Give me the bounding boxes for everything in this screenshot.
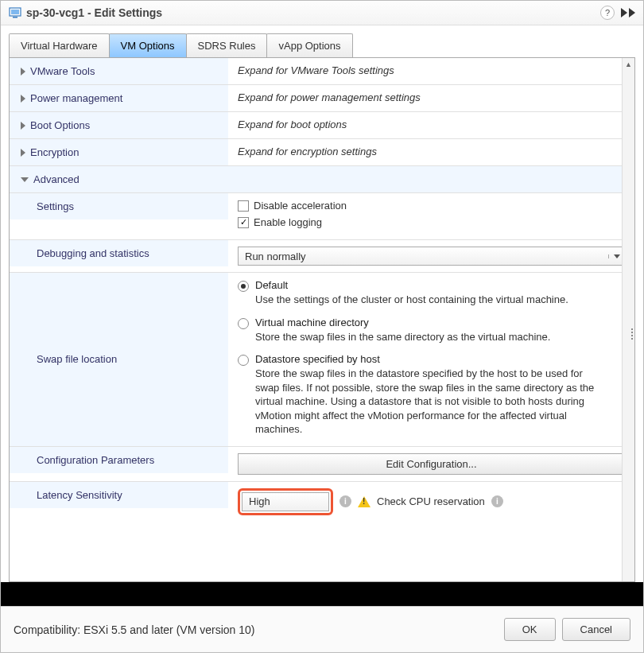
row-vmware-tools[interactable]: VMware Tools Expand for VMware Tools set… <box>10 58 634 85</box>
swap-radio-datastore[interactable]: Datastore specified by host Store the sw… <box>238 353 625 437</box>
row-settings: Settings Disable acceleration ✓ Enable l… <box>10 193 634 240</box>
info-icon[interactable]: i <box>491 495 503 507</box>
checkbox-checked-icon: ✓ <box>238 217 249 228</box>
swap-radio-default[interactable]: Default Use the settings of the cluster … <box>238 279 625 307</box>
row-config-params: Configuration Parameters Edit Configurat… <box>10 447 634 482</box>
debugging-select[interactable]: Run normally <box>238 247 625 266</box>
checkbox-icon <box>238 200 249 212</box>
warning-icon <box>358 496 370 507</box>
radio-icon <box>238 318 249 329</box>
row-power-management[interactable]: Power management Expand for power manage… <box>10 85 634 112</box>
radio-icon <box>238 355 249 366</box>
latency-highlight: High <box>238 488 333 515</box>
svg-rect-1 <box>11 10 19 14</box>
vm-icon <box>9 6 21 19</box>
latency-warning-text: Check CPU reservation <box>377 495 485 507</box>
dialog-title: sp-30-vcg1 - Edit Settings <box>26 6 600 19</box>
row-swap-location: Swap file location Default Use the setti… <box>10 273 634 447</box>
tab-vm-options[interactable]: VM Options <box>109 33 187 57</box>
ok-button[interactable]: OK <box>504 618 556 641</box>
resize-handle-icon[interactable] <box>630 328 634 340</box>
chevron-right-icon <box>21 122 25 130</box>
chevron-right-icon <box>21 95 25 103</box>
info-icon[interactable]: i <box>339 495 351 507</box>
tab-vapp-options[interactable]: vApp Options <box>266 33 352 57</box>
swap-radio-vmdir[interactable]: Virtual machine directory Store the swap… <box>238 317 625 344</box>
scroll-up-icon[interactable]: ▲ <box>623 58 634 71</box>
chevron-right-icon <box>21 149 25 157</box>
disable-acceleration-checkbox[interactable]: Disable acceleration <box>238 200 625 212</box>
row-encryption[interactable]: Encryption Expand for encryption setting… <box>10 139 634 166</box>
edit-settings-dialog: sp-30-vcg1 - Edit Settings ? Virtual Har… <box>0 0 644 653</box>
content-panel: VMware Tools Expand for VMware Tools set… <box>9 57 635 582</box>
footer-gap <box>1 582 643 606</box>
tab-virtual-hardware[interactable]: Virtual Hardware <box>9 33 110 57</box>
dialog-footer: Compatibility: ESXi 5.5 and later (VM ve… <box>1 606 643 652</box>
radio-checked-icon <box>238 281 249 292</box>
cancel-button[interactable]: Cancel <box>562 618 630 641</box>
chevron-down-icon <box>21 177 29 182</box>
tab-sdrs-rules[interactable]: SDRS Rules <box>186 33 268 57</box>
row-debugging: Debugging and statistics Run normally <box>10 240 634 273</box>
row-latency-sensitivity: Latency Sensitivity High i Check CPU res… <box>10 482 634 522</box>
enable-logging-checkbox[interactable]: ✓ Enable logging <box>238 216 625 228</box>
title-bar: sp-30-vcg1 - Edit Settings ? <box>1 1 643 25</box>
tab-bar: Virtual Hardware VM Options SDRS Rules v… <box>1 25 643 57</box>
row-advanced[interactable]: Advanced <box>10 166 634 193</box>
latency-select[interactable]: High <box>242 492 329 511</box>
chevron-right-icon <box>21 68 25 76</box>
svg-rect-2 <box>13 17 17 18</box>
scrollbar[interactable]: ▲ <box>622 58 634 581</box>
row-boot-options[interactable]: Boot Options Expand for boot options <box>10 112 634 139</box>
help-icon[interactable]: ? <box>600 6 615 20</box>
expand-arrows-icon[interactable] <box>621 8 635 17</box>
edit-configuration-button[interactable]: Edit Configuration... <box>238 453 625 475</box>
compatibility-text: Compatibility: ESXi 5.5 and later (VM ve… <box>14 623 498 636</box>
